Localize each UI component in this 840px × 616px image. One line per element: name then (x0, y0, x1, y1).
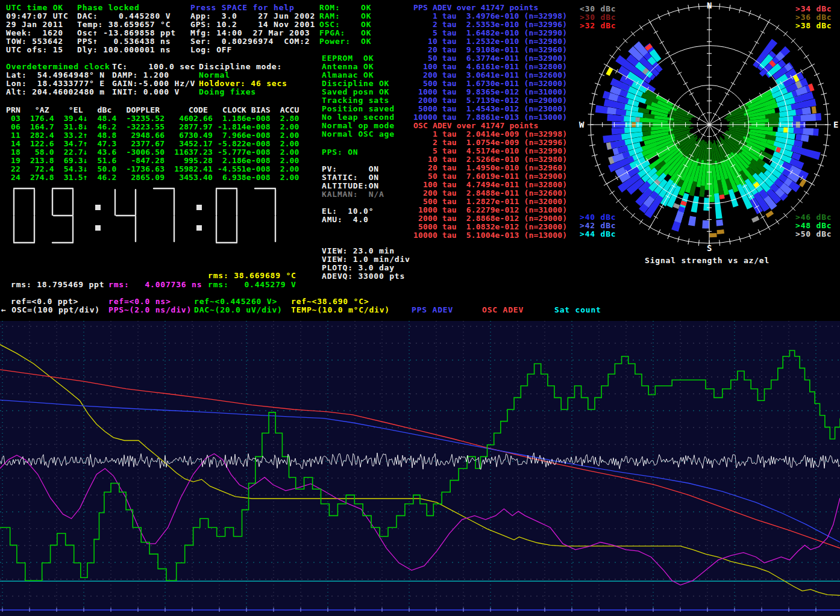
utc-time-block: 09:47:07 UTC 29 Jan 2011 Week: 1620 TOW:… (6, 12, 69, 54)
mask-block: EL: 10.0° AMU: 4.0 (322, 207, 374, 224)
rms-dac: rms: 0.445279 V (208, 281, 296, 289)
clock-colon (95, 205, 101, 210)
compass-east-label: E (833, 120, 838, 129)
rms-temp: rms: 38.669689 °C (208, 272, 296, 280)
fix-mode-title: Overdetermined clock (6, 63, 110, 71)
scale-pps: PPS~(2.0 ns/div) (108, 306, 192, 314)
loop-params-block: TC: 100.0 sec DAMP: 1.200 GAIN:-5.000 Hz… (112, 63, 195, 96)
clock-digit (154, 188, 174, 241)
rms-osc: rms: 18.795469 ppt (11, 281, 104, 289)
oscillator-block: DAC: 0.445280 V Temp: 38.659657 °C Osc↑ … (77, 12, 176, 54)
ref-osc: ref=<0.0 ppt> (11, 297, 78, 306)
compass-west-label: W (579, 120, 585, 129)
compass-north-label: N (707, 1, 712, 10)
doing-fixes-status: Doing fixes (199, 88, 256, 96)
clock-digit (14, 188, 34, 243)
discipline-mode: Normal (199, 71, 230, 79)
version-block: App: 3.0 27 Jun 2002 GPS: 10.2 14 Nov 20… (190, 12, 315, 54)
scale-dac: DAC~(20.0 uV/div) (194, 306, 283, 314)
plot-legend-osc-adev: OSC ADEV (482, 306, 524, 314)
digital-clock (5, 183, 294, 250)
fix-flags-list: PV: ON STATIC: ON ALTITUDE:ON (322, 165, 379, 190)
osc-adev-title: OSC ADEV over 41747 points (413, 122, 538, 130)
scale-temp: TEMP~(10.0 m°C/div) (291, 306, 390, 314)
pps-adev-table: 1 tau 3.4976e-010 (n=32998) 2 tau 2.5353… (413, 12, 567, 122)
clock-digit (255, 188, 275, 241)
history-plot (0, 321, 840, 616)
compass-south-label: S (707, 243, 712, 253)
lady-heather-screen: UTC time OK 09:47:07 UTC 29 Jan 2011 Wee… (0, 0, 840, 616)
position-block: Lat: 54.4964948° N Lon: 18.4333777° E Al… (6, 71, 105, 96)
phase-status-title: Phase locked (77, 4, 140, 12)
clock-digit (216, 188, 237, 243)
clock-digit (52, 188, 73, 243)
hardware-status-block: ROM: OK RAM: OK OSC: OK FPGA: OK Power: … (319, 4, 371, 46)
kalman-status: KALMAN: N/A (322, 190, 384, 199)
ref-dac: ref~<0.445260 V> (194, 297, 277, 306)
polar-grid (588, 3, 831, 246)
plot-legend-sat-count: Sat count (554, 306, 601, 314)
clock-digit (115, 190, 136, 241)
ref-temp: ref~<38.690 °C> (291, 297, 369, 306)
polar-plot-title: Signal strength vs az/el (645, 257, 769, 265)
pps-status: PPS: ON (322, 148, 358, 157)
ref-pps: ref=<0.0 ns> (108, 297, 171, 306)
osc-adev-table: 1 tau 2.0414e-009 (n=32998) 2 tau 1.0754… (413, 130, 567, 240)
satellite-table-header: PRN °AZ °EL dBc DOPPLER CODE CLOCK BIAS … (6, 106, 299, 114)
polar-data (608, 45, 815, 235)
satellite-table: 03 176.4 39.4↓ 48.4 -3235.52 4602.66 1.1… (6, 114, 299, 182)
rms-pps: rms: 4.007736 ns (108, 281, 202, 289)
holdover-status: Holdover: 46 secs (199, 79, 287, 88)
help-hint: Press SPACE for help (190, 4, 295, 12)
plot-legend-pps-adev: PPS ADEV (412, 306, 453, 314)
signal-strength-polar-plot: NSWE (575, 0, 840, 269)
utc-status-title: UTC time OK (6, 4, 63, 12)
pps-adev-title: PPS ADEV over 41747 points (413, 4, 538, 12)
clock-colon (196, 205, 202, 210)
receiver-status-list: EEPROM OK Antenna OK Almanac OK Discipli… (322, 54, 395, 138)
scale-osc: ← OSC=(100 ppt/div) (1, 306, 100, 314)
view-block: VIEW: 23.0 min VIEW: 1.0 min/div PLOTQ: … (322, 247, 410, 281)
discipline-heading: Discipline mode: (199, 63, 282, 71)
